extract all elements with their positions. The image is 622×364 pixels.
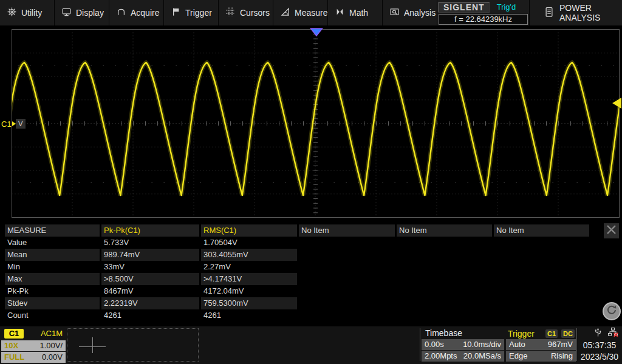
measure-corner-label: MEASURE xyxy=(5,224,100,237)
grid-dot xyxy=(371,182,371,183)
measure-column-pkpk[interactable]: Pk-Pk(C1) xyxy=(101,224,199,237)
siglent-logo: SIGLENT xyxy=(439,2,490,13)
grid-dot xyxy=(516,65,517,66)
menu-item-label: Cursors xyxy=(240,8,270,18)
channel-offset: 0.00V xyxy=(42,352,63,363)
frequency-readout: f = 22.64239kHz xyxy=(439,14,528,25)
crosshair-icon xyxy=(92,337,93,353)
menu-item-analysis[interactable]: Analysis xyxy=(383,0,437,25)
grid-dot xyxy=(346,65,347,66)
cell-value: 5.733V xyxy=(101,237,199,249)
trigger-descriptor[interactable]: Trigger C1 DC Auto 967mV Edge Rising xyxy=(506,328,576,362)
measure-column-empty-3[interactable]: No Item xyxy=(494,224,589,237)
grid-dot xyxy=(480,65,480,66)
grid-dot xyxy=(176,65,177,66)
document-icon xyxy=(544,7,554,19)
menu-item-display[interactable]: Display xyxy=(55,0,109,25)
grid-dot xyxy=(407,182,408,183)
grid-dot xyxy=(285,182,286,183)
grid-dot xyxy=(346,182,347,183)
grid-dot xyxy=(516,182,517,183)
row-label: Count xyxy=(5,309,100,322)
grid-dot xyxy=(431,182,432,183)
table-row-count: Count 4261 4261 xyxy=(5,309,589,322)
measure-column-empty-2[interactable]: No Item xyxy=(397,224,492,237)
grid-dot xyxy=(456,182,456,183)
menu-item-acquire[interactable]: Acquire xyxy=(109,0,164,25)
math-icon xyxy=(335,7,345,19)
grid-dot xyxy=(310,182,310,183)
menu-item-utility[interactable]: Utility xyxy=(0,0,55,25)
table-row-max: Max >8.500V >4.17431V xyxy=(5,273,589,285)
grid-dot xyxy=(43,182,43,183)
oscilloscope-screen: Utility Display Acquire Trigger Cursors … xyxy=(0,0,622,364)
grid-dot xyxy=(613,65,614,66)
grid-dot xyxy=(322,65,323,66)
menu-item-label: Trigger xyxy=(185,8,212,18)
channel-marker-label: C1 xyxy=(1,120,12,129)
grid-dot xyxy=(249,65,250,66)
grid-dot xyxy=(152,182,152,183)
channel-1-descriptor[interactable]: C1 AC1M 10X 1.00V/ FULL 0.00V xyxy=(1,328,66,362)
grid-dot xyxy=(395,182,395,183)
grid-dot xyxy=(419,65,420,66)
menu-item-cursors[interactable]: Cursors xyxy=(219,0,273,25)
menu-item-math[interactable]: Math xyxy=(328,0,383,25)
trigger-level-marker[interactable] xyxy=(612,98,621,109)
trigger-position-marker[interactable] xyxy=(311,29,323,36)
grid-dot xyxy=(140,182,140,183)
reset-statistics-button[interactable] xyxy=(603,302,621,320)
grid-dot xyxy=(371,65,371,66)
grid-dot xyxy=(200,65,201,66)
table-row-stdev: Stdev 2.22319V 759.5300mV xyxy=(5,297,589,309)
grid-dot xyxy=(407,65,408,66)
grid-dot xyxy=(298,65,298,66)
grid-dot xyxy=(395,65,395,66)
menu-item-trigger[interactable]: Trigger xyxy=(164,0,219,25)
measure-close-button[interactable] xyxy=(604,223,619,238)
measure-table-header: MEASURE Pk-Pk(C1) RMS(C1) No Item No Ite… xyxy=(5,224,589,237)
grid-dot xyxy=(565,65,566,66)
measure-column-empty-1[interactable]: No Item xyxy=(299,224,395,237)
menu-item-label: Display xyxy=(76,8,104,18)
channel-1-chip[interactable]: C1 xyxy=(4,329,24,339)
grid-dot xyxy=(225,182,225,183)
grid-dot xyxy=(128,182,128,183)
channel-marker-c1[interactable]: C1 V xyxy=(1,118,26,130)
status-area: 05:37:35 2023/5/30 xyxy=(578,326,621,363)
grid-dot xyxy=(541,65,541,66)
flag-icon xyxy=(171,7,181,19)
grid-dot xyxy=(200,182,201,183)
table-row-min: Min 33mV 2.27mV xyxy=(5,261,589,273)
add-channel-area[interactable] xyxy=(67,328,199,362)
bandwidth-limit: FULL xyxy=(4,352,24,363)
grid-dot xyxy=(128,65,128,66)
grid-dot xyxy=(468,182,468,183)
power-analysis-button[interactable]: POWER ANALYSIS xyxy=(530,0,622,25)
trigger-title: Trigger xyxy=(508,329,543,339)
menu-item-label: Analysis xyxy=(404,8,436,18)
row-label: Mean xyxy=(5,249,100,261)
gear-icon xyxy=(7,7,17,19)
row-label: Max xyxy=(5,273,100,285)
trigger-status-badge: Trig'd xyxy=(497,2,516,12)
divider xyxy=(420,328,420,361)
grid-dot xyxy=(164,182,165,183)
grid-dot xyxy=(188,65,189,66)
grid-dot xyxy=(79,182,80,183)
timebase-descriptor[interactable]: Timebase 0.00s 10.0ms/div 2.00Mpts 20.0M… xyxy=(422,328,504,362)
menu-item-measure[interactable]: Measure xyxy=(273,0,328,25)
measure-column-rms[interactable]: RMS(C1) xyxy=(201,224,297,237)
cell-value: 4172.04mV xyxy=(201,285,297,297)
grid-dot xyxy=(213,182,213,183)
row-label: Stdev xyxy=(5,297,100,309)
display-icon xyxy=(61,7,72,19)
cell-value: 4261 xyxy=(201,309,297,322)
grid-dot xyxy=(152,65,152,66)
grid-dot xyxy=(30,182,31,183)
usb-icon xyxy=(593,328,603,340)
system-date: 2023/5/30 xyxy=(578,351,621,363)
waveform-display[interactable]: C1 V xyxy=(0,25,622,222)
grid-dot xyxy=(115,65,116,66)
cell-value: 33mV xyxy=(101,261,199,273)
